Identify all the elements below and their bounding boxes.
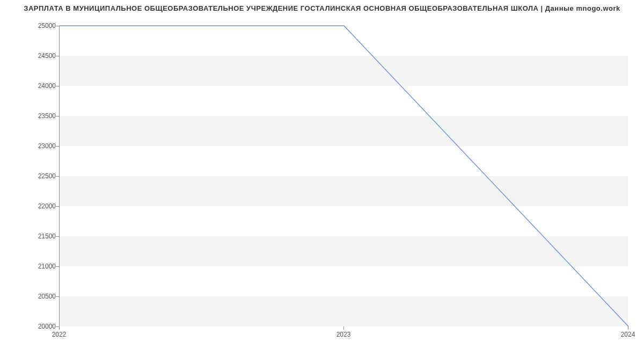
y-tick-mark xyxy=(56,56,59,56)
y-tick-label: 21500 xyxy=(24,232,56,240)
y-tick-mark xyxy=(56,86,59,86)
y-tick-label: 23500 xyxy=(24,112,56,120)
y-tick-mark xyxy=(56,266,59,267)
x-tick-mark xyxy=(343,326,344,330)
y-tick-mark xyxy=(56,116,59,117)
y-tick-label: 24000 xyxy=(24,82,56,90)
y-tick-mark xyxy=(56,146,59,147)
y-tick-label: 24500 xyxy=(24,52,56,60)
x-tick-label: 2024 xyxy=(621,331,635,338)
salary-line xyxy=(60,26,628,326)
x-tick-label: 2023 xyxy=(336,331,351,338)
y-tick-mark xyxy=(56,26,59,26)
x-tick-mark xyxy=(59,326,60,330)
y-tick-label: 22500 xyxy=(24,172,56,180)
y-tick-label: 25000 xyxy=(24,22,56,30)
y-tick-label: 22000 xyxy=(24,202,56,210)
y-tick-label: 23000 xyxy=(24,142,56,150)
chart-title: ЗАРПЛАТА В МУНИЦИПАЛЬНОЕ ОБЩЕОБРАЗОВАТЕЛ… xyxy=(0,4,644,12)
x-tick-label: 2022 xyxy=(52,331,67,338)
y-tick-mark xyxy=(56,296,59,297)
line-layer xyxy=(60,26,628,326)
x-tick-mark xyxy=(628,326,628,330)
y-tick-label: 20500 xyxy=(24,293,56,300)
y-tick-label: 20000 xyxy=(24,323,56,330)
y-tick-mark xyxy=(56,236,59,237)
y-tick-label: 21000 xyxy=(24,263,56,270)
y-tick-mark xyxy=(56,176,59,177)
plot-area xyxy=(59,26,628,326)
y-tick-mark xyxy=(56,206,59,207)
